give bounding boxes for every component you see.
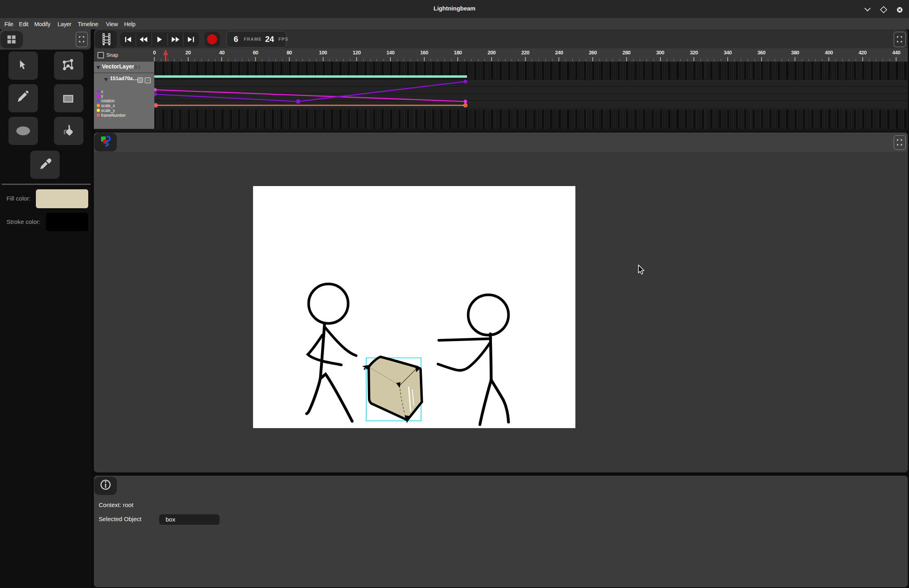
svg-text:x: x bbox=[101, 89, 103, 94]
svg-text:y: y bbox=[101, 94, 103, 98]
svg-text:scale_y: scale_y bbox=[101, 108, 115, 113]
svg-text:rotation: rotation bbox=[101, 99, 114, 103]
svg-text:frameNumber: frameNumber bbox=[101, 113, 126, 118]
svg-text:scale_x: scale_x bbox=[101, 104, 115, 108]
